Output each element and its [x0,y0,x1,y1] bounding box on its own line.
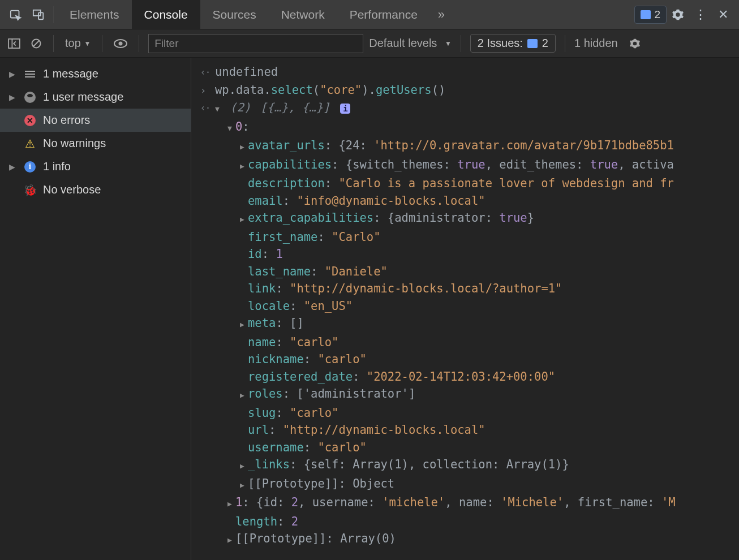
clear-console-icon[interactable] [28,38,44,49]
log-levels-selector[interactable]: Default levels ▼ [369,37,452,50]
expand-icon: ▶ [9,162,17,171]
prop-email[interactable]: email: "info@dynamic-blocks.local" [200,192,730,210]
settings-gear-icon[interactable] [667,3,689,26]
prop-first-name[interactable]: first_name: "Carlo" [200,229,730,246]
return-arrow-icon: ‹· [200,99,209,117]
sidebar-item-messages[interactable]: ▶ 1 message [0,62,191,85]
separator [139,35,139,52]
live-expression-icon[interactable] [111,39,130,48]
error-icon: ✕ [24,114,36,127]
separator [53,6,54,23]
separator [565,35,565,52]
user-icon [24,91,36,104]
prop-capabilities[interactable]: ▶capabilities: {switch_themes: true, edi… [200,156,730,175]
close-devtools-icon[interactable]: ✕ [712,3,734,26]
more-tabs-icon[interactable]: » [430,3,453,26]
prop-extra-capabilities[interactable]: ▶extra_capabilities: {administrator: tru… [200,209,730,229]
sidebar-item-warnings[interactable]: ⚠ No warnings [0,132,191,155]
sidebar-item-user-messages[interactable]: ▶ 1 user message [0,85,191,109]
prop-url[interactable]: url: "http://dynamic-blocks.local" [200,421,730,439]
console-sidebar: ▶ 1 message ▶ 1 user message ✕ No errors… [0,58,191,560]
array-index-0[interactable]: ▼0: [200,118,730,137]
prop-prototype[interactable]: ▶[[Prototype]]: Object [200,475,730,494]
collapse-icon[interactable]: ▼ [215,101,223,118]
svg-line-6 [33,41,39,46]
warning-icon: ⚠ [24,137,36,150]
sidebar-label: No verbose [43,183,101,196]
prop-username[interactable]: username: "carlo" [200,439,730,456]
expand-icon[interactable]: ▶ [240,387,248,404]
sidebar-label: 1 info [43,160,71,173]
collapse-icon[interactable]: ▼ [227,120,235,137]
prop-description[interactable]: description: "Carlo is a passionate love… [200,175,730,192]
expand-icon[interactable]: ▶ [240,477,248,494]
prop-registered-date[interactable]: registered_date: "2022-02-14T12:03:42+00… [200,368,730,386]
prop-meta[interactable]: ▶meta: [] [200,315,730,334]
console-return-line: ‹· undefined [200,63,730,81]
console-output: ‹· undefined › wp.data.select("core").ge… [191,58,739,560]
prop-roles[interactable]: ▶roles: ['administrator'] [200,385,730,404]
issues-icon [527,39,538,48]
console-result-line[interactable]: ‹· ▼ (2) [{…}, {…}] i [200,99,730,118]
expand-icon[interactable]: ▶ [227,496,235,513]
sidebar-item-verbose[interactable]: 🐞 No verbose [0,178,191,201]
issues-count: 2 [654,8,660,21]
prop-avatar-urls[interactable]: ▶avatar_urls: {24: 'http://0.gravatar.co… [200,137,730,156]
issues-chip[interactable]: 2 [634,6,667,24]
kebab-menu-icon[interactable]: ⋮ [689,3,712,26]
tab-performance[interactable]: Performance [337,0,430,29]
tab-sources[interactable]: Sources [200,0,269,29]
hidden-count[interactable]: 1 hidden [574,37,618,50]
issues-button[interactable]: 2 Issues: 2 [470,34,556,53]
sidebar-item-errors[interactable]: ✕ No errors [0,109,191,132]
expand-icon[interactable]: ▶ [227,532,235,549]
return-arrow-icon: ‹· [200,63,209,81]
separator [461,35,461,52]
return-value: undefined [215,63,278,81]
svg-point-8 [119,41,123,45]
toggle-sidebar-icon[interactable] [6,38,23,49]
expand-icon[interactable]: ▶ [240,316,248,334]
prop-prototype-array[interactable]: ▶[[Prototype]]: Array(0) [200,530,730,549]
info-icon: i [24,161,36,173]
separator [102,35,102,52]
prop-slug[interactable]: slug: "carlo" [200,404,730,422]
tab-console[interactable]: Console [132,0,200,29]
console-input-line[interactable]: › wp.data.select("core").getUsers() [200,81,730,100]
prop-name[interactable]: name: "carlo" [200,334,730,351]
expand-icon[interactable]: ▶ [240,158,248,175]
prop-id[interactable]: id: 1 [200,245,730,263]
bug-icon: 🐞 [24,184,36,196]
tab-network[interactable]: Network [269,0,337,29]
expand-icon[interactable]: ▶ [240,458,248,475]
inspect-element-icon[interactable] [5,3,27,26]
console-toolbar: top ▼ Default levels ▼ 2 Issues: 2 1 hid… [0,29,739,58]
prop-locale[interactable]: locale: "en_US" [200,298,730,315]
tab-elements[interactable]: Elements [57,0,132,29]
expand-icon[interactable]: ▶ [240,139,248,156]
prop-length[interactable]: length: 2 [200,513,730,531]
context-selector[interactable]: top ▼ [63,37,93,50]
devtools-tabbar: Elements Console Sources Network Perform… [0,0,739,29]
prop-link[interactable]: link: "http://dynamic-blocks.local/?auth… [200,280,730,298]
console-settings-gear-icon[interactable] [627,38,643,49]
list-icon [24,68,36,80]
filter-input[interactable] [148,34,363,53]
prop-nickname[interactable]: nickname: "carlo" [200,351,730,368]
sidebar-label: 1 message [43,67,98,80]
device-toolbar-icon[interactable] [27,3,50,26]
prop-last-name[interactable]: last_name: "Daniele" [200,263,730,281]
prompt-icon: › [200,81,209,100]
separator [53,35,54,52]
info-badge-icon[interactable]: i [340,104,350,114]
sidebar-label: No warnings [43,137,106,150]
expand-icon: ▶ [9,70,17,79]
issues-icon [641,10,651,19]
prop-links[interactable]: ▶_links: {self: Array(1), collection: Ar… [200,456,730,475]
sidebar-label: No errors [43,114,90,127]
expand-icon: ▶ [9,93,17,102]
sidebar-label: 1 user message [43,91,123,104]
array-index-1[interactable]: ▶1: {id: 2, username: 'michele', name: '… [200,494,730,513]
expand-icon[interactable]: ▶ [240,211,248,229]
sidebar-item-info[interactable]: ▶ i 1 info [0,155,191,178]
